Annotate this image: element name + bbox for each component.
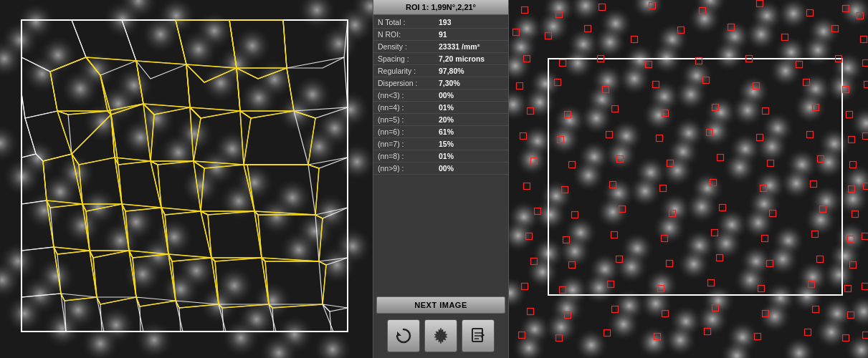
stats-table: N Total : 193 N ROI: 91 Density : 23331 …: [373, 15, 508, 292]
stat-value: 97,80%: [439, 67, 504, 75]
stat-row: (nn=4) : 01%: [373, 102, 508, 114]
stat-label: (nn<3) :: [378, 91, 439, 100]
stat-label: Regularity :: [378, 67, 439, 75]
stat-row: Spacing : 7,20 microns: [373, 53, 508, 65]
action-buttons-group: [373, 316, 508, 358]
export-button[interactable]: [462, 319, 495, 352]
stat-row: (nn=6) : 61%: [373, 126, 508, 138]
stat-label: (nn=6) :: [378, 127, 439, 136]
stat-label: (nn=7) :: [378, 140, 439, 148]
stat-value: 20%: [439, 115, 504, 124]
stat-value: 7,30%: [439, 79, 504, 87]
stats-panel: ROI 1: 1,99N°,2,21° N Total : 193 N ROI:…: [373, 0, 509, 358]
stat-row: Density : 23331 /mm²: [373, 41, 508, 53]
left-image-panel: [0, 0, 373, 358]
refresh-button[interactable]: [387, 319, 420, 352]
stat-value: 61%: [439, 127, 504, 136]
roi-title: ROI 1: 1,99N°,2,21°: [373, 0, 508, 15]
stat-label: (nn=4) :: [378, 103, 439, 112]
refresh-icon: [394, 326, 413, 345]
voronoi-overlay-canvas: [0, 0, 373, 358]
right-image-panel: [509, 0, 868, 358]
stat-label: N ROI:: [378, 30, 439, 39]
stat-value: 00%: [439, 164, 504, 173]
stat-label: (nn=8) :: [378, 152, 439, 160]
stat-row: (nn=5) : 20%: [373, 114, 508, 126]
stat-label: (nn>9) :: [378, 164, 439, 173]
stat-row: Regularity : 97,80%: [373, 65, 508, 77]
stat-label: (nn=5) :: [378, 115, 439, 124]
stat-row: (nn=7) : 15%: [373, 138, 508, 150]
svg-rect-2: [472, 329, 482, 342]
stat-value: 01%: [439, 103, 504, 112]
settings-button[interactable]: [424, 319, 457, 352]
gear-icon: [431, 326, 450, 345]
svg-marker-0: [397, 332, 401, 336]
stat-value: 00%: [439, 91, 504, 100]
stat-label: Density :: [378, 42, 439, 51]
stat-row: (nn>9) : 00%: [373, 163, 508, 175]
cell-detection-canvas: [509, 0, 868, 358]
document-icon: [469, 326, 487, 345]
stat-value: 193: [439, 18, 504, 26]
next-image-button[interactable]: NEXT IMAGE: [376, 296, 505, 314]
stat-row: Dispersion : 7,30%: [373, 77, 508, 90]
stat-row: N Total : 193: [373, 16, 508, 29]
stat-value: 15%: [439, 140, 504, 148]
stat-label: Spacing :: [378, 54, 439, 63]
stat-label: N Total :: [378, 18, 439, 26]
stat-value: 91: [439, 30, 504, 39]
stat-value: 23331 /mm²: [439, 42, 504, 51]
stat-label: Dispersion :: [378, 79, 439, 87]
stat-row: (nn=8) : 01%: [373, 150, 508, 163]
stat-value: 01%: [439, 152, 504, 160]
stat-row: N ROI: 91: [373, 29, 508, 41]
stat-value: 7,20 microns: [439, 54, 504, 63]
stat-row: (nn<3) : 00%: [373, 90, 508, 102]
